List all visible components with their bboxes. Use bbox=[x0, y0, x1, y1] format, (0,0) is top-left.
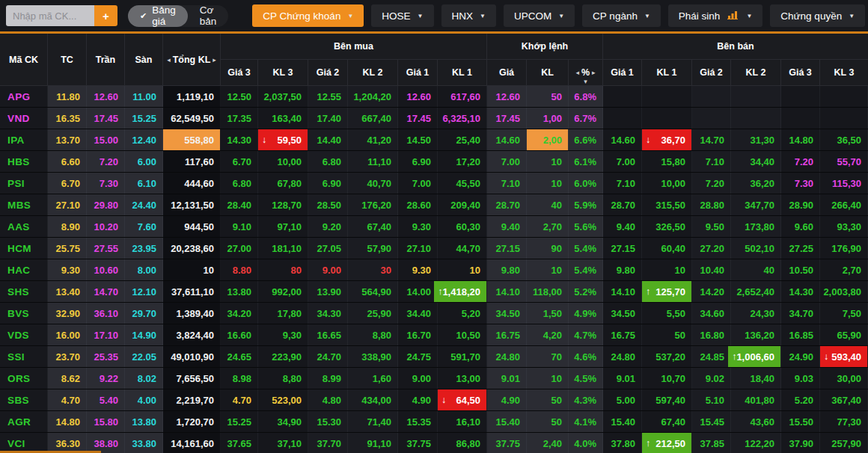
tab-cp-nganh[interactable]: CP ngành ▼ bbox=[582, 4, 661, 27]
sell-vol2-cell bbox=[731, 108, 781, 129]
ticker-cell[interactable]: APG bbox=[0, 86, 48, 107]
sell-price1-cell: 15.40 bbox=[603, 411, 642, 432]
sell-vol2-cell: 401,80 bbox=[731, 389, 781, 410]
table-row-BVS[interactable]: BVS32.9036.1029.701,389,4034.2017,8034.3… bbox=[0, 303, 868, 324]
table-row-APG[interactable]: APG11.8012.6011.001,119,1012.502,037,501… bbox=[0, 86, 868, 108]
table-row-AGR[interactable]: AGR14.8015.8013.801,720,7015.2534,9015.3… bbox=[0, 411, 868, 433]
ref-cell: 6.60 bbox=[48, 151, 87, 172]
table-row-AAS[interactable]: AAS8.9010.207.60944,509.1097,109.2067,40… bbox=[0, 216, 868, 238]
ticker-cell[interactable]: IPA bbox=[0, 129, 48, 150]
table-row-HAC[interactable]: HAC9.3010.608.00108.80809.00309.30109.80… bbox=[0, 259, 868, 281]
ticker-cell[interactable]: HBS bbox=[0, 151, 48, 172]
buy-vol1-cell: 591,70 bbox=[438, 346, 487, 367]
search-input[interactable] bbox=[6, 5, 94, 26]
buy-vol3-cell: 67,80 bbox=[258, 173, 308, 194]
ref-cell: 8.62 bbox=[48, 368, 87, 389]
ticker-cell[interactable]: HAC bbox=[0, 259, 48, 280]
buy-vol3-cell: 128,70 bbox=[258, 194, 308, 215]
ticker-cell[interactable]: BVS bbox=[0, 303, 48, 324]
tab-chung-quyen[interactable]: Chứng quyền ▼ bbox=[770, 4, 865, 27]
buy-price1-cell: 28.60 bbox=[398, 194, 438, 215]
sell-vol2-cell: ↑1,006,60 bbox=[731, 346, 781, 367]
match-vol-cell: 10 bbox=[527, 259, 569, 280]
sell-vol3-cell: 36,50 bbox=[820, 129, 868, 150]
tab-hnx[interactable]: HNX ▼ bbox=[441, 4, 496, 27]
tab-upcom[interactable]: UPCOM ▼ bbox=[504, 4, 575, 27]
ticker-cell[interactable]: VCI bbox=[0, 433, 48, 453]
ceil-cell: 7.20 bbox=[87, 151, 125, 172]
sell-vol3-cell bbox=[820, 86, 868, 107]
table-row-VND[interactable]: VND16.3517.4515.2562,549,5017.35163,4017… bbox=[0, 108, 868, 129]
ticker-cell[interactable]: AGR bbox=[0, 411, 48, 432]
toggle-price-board[interactable]: ✔ Bảng giá bbox=[128, 5, 188, 27]
header-group-buy: Bên mua Giá 3 KL 3 Giá 2 KL 2 Giá 1 KL 1 bbox=[221, 34, 487, 86]
sell-price1-cell bbox=[603, 108, 642, 129]
table-row-HBS[interactable]: HBS6.607.206.00117,606.7010,006.8011,106… bbox=[0, 151, 868, 173]
table-row-HCM[interactable]: HCM25.7527.5523.9520,238,6027.00181,1027… bbox=[0, 238, 868, 259]
table-row-ORS[interactable]: ORS8.629.228.027,656,508.988,808.991,609… bbox=[0, 368, 868, 389]
header-total-volume[interactable]: ◂ Tổng KL ▸ bbox=[163, 34, 221, 86]
sell-price2-cell: 14.20 bbox=[692, 281, 731, 302]
header-ticker: Mã CK bbox=[0, 34, 48, 86]
tab-cp-chung-khoan[interactable]: CP Chứng khoán ▼ bbox=[252, 4, 364, 27]
table-row-MBS[interactable]: MBS27.1029.8024.4012,131,5028.40128,7028… bbox=[0, 194, 868, 216]
buy-vol1-cell: 13,00 bbox=[438, 368, 487, 389]
buy-price1-cell: 14.00 bbox=[398, 281, 438, 302]
sell-vol2-cell: 347,70 bbox=[731, 194, 781, 215]
ticker-cell[interactable]: SSI bbox=[0, 346, 48, 367]
total-vol-cell: 1,119,10 bbox=[163, 86, 221, 107]
match-price-cell: 24.80 bbox=[487, 346, 527, 367]
buy-vol3-cell: 181,10 bbox=[258, 238, 308, 259]
table-header: Mã CK TC Trần Sàn ◂ Tổng KL ▸ Bên mua Gi… bbox=[0, 34, 868, 86]
sell-price3-cell: 34.70 bbox=[781, 303, 820, 324]
ticker-cell[interactable]: SHS bbox=[0, 281, 48, 302]
buy-price3-cell: 37.65 bbox=[221, 433, 258, 453]
total-vol-cell: 7,656,50 bbox=[163, 368, 221, 389]
buy-price2-cell: 13.90 bbox=[308, 281, 348, 302]
ticker-cell[interactable]: PSI bbox=[0, 173, 48, 194]
total-vol-cell: 37,611,10 bbox=[163, 281, 221, 302]
buy-vol2-cell: 338,90 bbox=[348, 346, 398, 367]
ceil-cell: 36.10 bbox=[87, 303, 125, 324]
ticker-cell[interactable]: SBS bbox=[0, 389, 48, 410]
tab-hose[interactable]: HOSE ▼ bbox=[371, 4, 433, 27]
ticker-cell[interactable]: VND bbox=[0, 108, 48, 129]
match-vol-cell: 2,00 bbox=[527, 129, 569, 150]
ticker-cell[interactable]: AAS bbox=[0, 216, 48, 237]
add-ticker-button[interactable]: + bbox=[94, 5, 117, 26]
table-row-VCI[interactable]: VCI36.3038.8033.8014,161,6037.6537,1037.… bbox=[0, 433, 868, 453]
market-tabs: CP Chứng khoán ▼ HOSE ▼ HNX ▼ UPCOM ▼ CP… bbox=[252, 4, 865, 27]
table-row-SHS[interactable]: SHS13.4014.7012.1037,611,1013.80992,0013… bbox=[0, 281, 868, 303]
ticker-cell[interactable]: ORS bbox=[0, 368, 48, 389]
table-row-IPA[interactable]: IPA13.7015.0012.40558,8014.30↓59,5014.40… bbox=[0, 129, 868, 151]
ticker-cell[interactable]: VDS bbox=[0, 324, 48, 345]
sell-vol2-cell: 18,40 bbox=[731, 368, 781, 389]
buy-vol1-cell: 44,70 bbox=[438, 238, 487, 259]
buy-price3-cell: 12.50 bbox=[221, 86, 258, 107]
ticker-cell[interactable]: HCM bbox=[0, 238, 48, 259]
header-sell-vol1: KL 1 bbox=[642, 60, 692, 86]
sell-price2-cell: 16.80 bbox=[692, 324, 731, 345]
sell-price3-cell: 5.20 bbox=[781, 389, 820, 410]
table-row-PSI[interactable]: PSI6.707.306.10444,606.8067,806.9040,707… bbox=[0, 173, 868, 194]
match-percent-cell: 5.2% bbox=[569, 281, 603, 302]
buy-vol1-cell: 10 bbox=[438, 259, 487, 280]
sort-down-icon: ▾ bbox=[584, 78, 587, 85]
ceil-cell: 9.22 bbox=[87, 368, 125, 389]
buy-vol1-cell: 10,50 bbox=[438, 324, 487, 345]
buy-vol1-cell: ↑1,418,20 bbox=[438, 281, 487, 302]
ticker-cell[interactable]: MBS bbox=[0, 194, 48, 215]
buy-price1-cell: 34.40 bbox=[398, 303, 438, 324]
buy-price2-cell: 14.40 bbox=[308, 129, 348, 150]
header-match-percent[interactable]: ◂ % ▸ ▾ bbox=[569, 60, 603, 86]
match-vol-cell: 118,00 bbox=[527, 281, 569, 302]
total-vol-cell: 944,50 bbox=[163, 216, 221, 237]
table-row-SBS[interactable]: SBS4.705.404.002,219,704.70523,004.80434… bbox=[0, 389, 868, 411]
table-row-VDS[interactable]: VDS16.0017.1014.903,824,4016.609,3016.65… bbox=[0, 324, 868, 346]
sell-price3-cell: 37.90 bbox=[781, 433, 820, 453]
table-row-SSI[interactable]: SSI23.7025.3522.0549,010,9024.65223,9024… bbox=[0, 346, 868, 368]
header-sell-price2: Giá 2 bbox=[692, 60, 731, 86]
buy-vol1-cell: 209,40 bbox=[438, 194, 487, 215]
toggle-basic[interactable]: Cơ bản bbox=[188, 5, 229, 27]
tab-phai-sinh[interactable]: Phái sinh ▼ bbox=[668, 4, 762, 27]
